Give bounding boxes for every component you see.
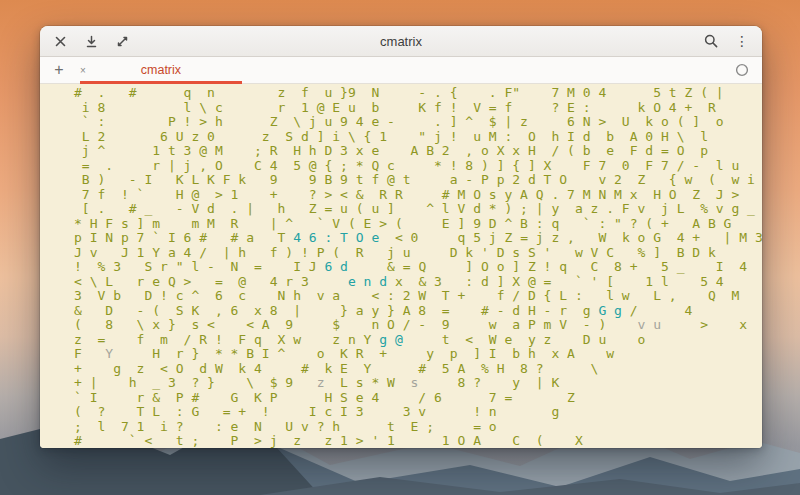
download-button[interactable] xyxy=(81,31,101,51)
terminal-line: * H F s ] m m M R | ^ ` V ( E > ( E ] 9 … xyxy=(74,217,762,232)
search-icon xyxy=(703,33,719,49)
maximize-button[interactable] xyxy=(112,31,132,51)
terminal-window: cmatrix ⋮ + × cmatrix xyxy=(40,26,762,448)
tab-bar: + × cmatrix xyxy=(40,57,762,84)
terminal-line: z = f m / R ! F q X w z n Y g @ t < W e … xyxy=(74,333,762,348)
terminal-line: ` : P ! > h Z \ j u 9 4 e - . ] ^ $ | z … xyxy=(74,115,762,130)
terminal-line: + g z < O d W k 4 # k E Y # 5 A % H 8 ? … xyxy=(74,362,762,377)
terminal-screen[interactable]: # . # q n z f u }9 N - . { . F" 7 M 0 4 … xyxy=(40,84,762,448)
terminal-line: 7 f ! ` H @ > 1 + ? > < & R R # M O s y … xyxy=(74,188,762,203)
menu-icon: ⋮ xyxy=(735,34,749,48)
terminal-line: ` I r & P # G K P H S e 4 / 6 7 = Z xyxy=(74,391,762,406)
close-window-button[interactable] xyxy=(50,31,70,51)
terminal-line: & D - ( S K , 6 x 8 | } a y } A 8 = # - … xyxy=(74,304,762,319)
terminal-line: 3 V b D ! c ^ 6 c N h v a < : 2 W T + f … xyxy=(74,289,762,304)
terminal-line: + | h _ 3 ? } \ $ 9 z L s * W s 8 ? y | … xyxy=(74,376,762,391)
terminal-line: J v J 1 Y a 4 / | h f ) ! P ( R j u D k … xyxy=(74,246,762,261)
menu-button[interactable]: ⋮ xyxy=(732,31,752,51)
terminal-line: # ` < t ; P > j z z 1 > ' 1 1 O A C ( X xyxy=(74,434,762,448)
terminal-line: ( 8 \ x } s < < A 9 $ n O / - 9 w a P m … xyxy=(74,318,762,333)
terminal-line: j ^ 1 t 3 @ M ; R H h D 3 x e A B 2 , o … xyxy=(74,144,762,159)
window-title: cmatrix xyxy=(40,34,762,49)
titlebar-right-controls: ⋮ xyxy=(701,31,752,51)
tab-cmatrix[interactable]: × cmatrix xyxy=(80,57,242,83)
desktop-wallpaper: cmatrix ⋮ + × cmatrix xyxy=(0,0,800,495)
maximize-icon xyxy=(115,34,130,49)
terminal-line: F Y H r } * * B I ^ o K R + y p ] I b h … xyxy=(74,347,762,362)
titlebar-left-controls xyxy=(50,31,132,51)
terminal-line: = . r | j , O C 4 5 @ { ; * Q c * ! 8 ) … xyxy=(74,159,762,174)
terminal-line: i 8 l \ c r 1 @ E u b K f ! V = f ? E : … xyxy=(74,101,762,116)
terminal-line: ; l 7 1 i ? : e N U v ? h t E ; = o xyxy=(74,420,762,435)
terminal-line: [ . # _ - V d . | h Z = u ( u ] ^ l V d … xyxy=(74,202,762,217)
circle-icon xyxy=(735,63,749,77)
search-button[interactable] xyxy=(701,31,721,51)
session-indicator-button[interactable] xyxy=(732,60,752,80)
terminal-line: < \ L r e Q > = @ 4 r 3 e n d x & 3 : d … xyxy=(74,275,762,290)
tab-close-icon[interactable]: × xyxy=(80,65,86,76)
terminal-line: ! % 3 S r " l - N = I J 6 d & = Q ] O o … xyxy=(74,260,762,275)
terminal-line: L 2 6 U z 0 z S d ] i \ { 1 " j ! u M : … xyxy=(74,130,762,145)
active-tab-underline xyxy=(80,81,242,84)
titlebar[interactable]: cmatrix ⋮ xyxy=(40,26,762,57)
terminal-line: B ) - I K L K F k 9 9 B 9 t f @ t a - P … xyxy=(74,173,762,188)
download-icon xyxy=(84,34,99,49)
terminal-line: p I N p 7 ` I 6 # # a T 4 6 : T O e < 0 … xyxy=(74,231,762,246)
close-icon xyxy=(53,34,68,49)
terminal-line: # . # q n z f u }9 N - . { . F" 7 M 0 4 … xyxy=(74,86,762,101)
new-tab-button[interactable]: + xyxy=(48,59,70,81)
terminal-line: ( ? T L : G = + ! I c I 3 3 v ! n g xyxy=(74,405,762,420)
tab-label: cmatrix xyxy=(92,63,242,77)
